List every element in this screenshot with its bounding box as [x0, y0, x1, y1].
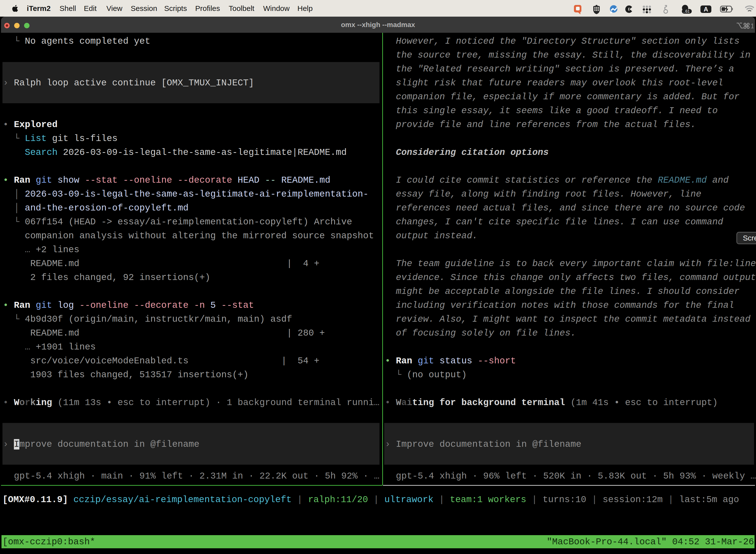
svg-text:..61: ..61 [683, 9, 690, 13]
svg-text:1: 1 [751, 22, 754, 30]
